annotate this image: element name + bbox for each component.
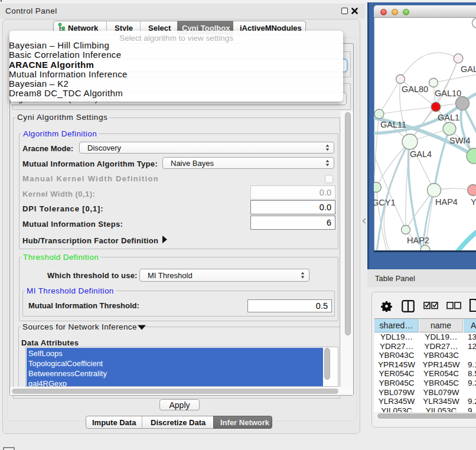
svg-text:GAL7: GAL7 xyxy=(461,64,476,74)
svg-text:SWI4: SWI4 xyxy=(449,136,470,145)
svg-text:YJ: YJ xyxy=(471,197,476,207)
svg-text:GAL80: GAL80 xyxy=(402,84,428,94)
svg-text:GAL1: GAL1 xyxy=(438,113,459,122)
svg-text:GCY1: GCY1 xyxy=(374,198,396,207)
svg-text:GAL10: GAL10 xyxy=(435,89,461,98)
svg-text:HAP2: HAP2 xyxy=(407,236,429,245)
svg-text:GAL4: GAL4 xyxy=(410,149,432,159)
svg-text:GAL11: GAL11 xyxy=(380,120,406,129)
svg-text:HAP4: HAP4 xyxy=(435,197,458,207)
